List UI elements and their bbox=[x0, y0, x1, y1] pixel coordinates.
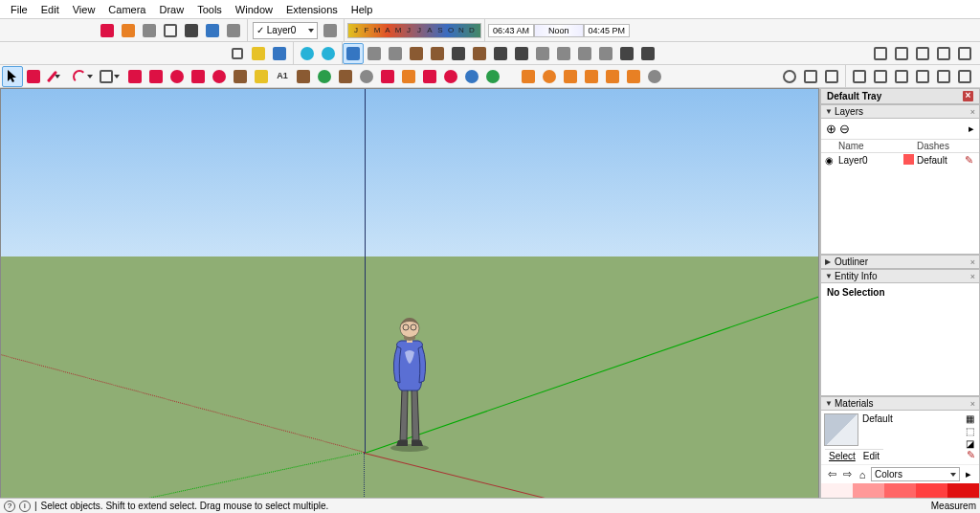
layer-menu-icon[interactable]: ▸ bbox=[969, 123, 974, 135]
add-location-icon[interactable] bbox=[482, 66, 503, 87]
look-around-icon[interactable] bbox=[461, 66, 482, 87]
sandbox-stamp-icon[interactable] bbox=[581, 66, 602, 87]
paint-tool-icon[interactable] bbox=[293, 66, 314, 87]
rotate-tool-icon[interactable] bbox=[167, 66, 188, 87]
panel-close-icon[interactable]: × bbox=[970, 257, 975, 267]
solid-subtract-icon[interactable] bbox=[912, 43, 933, 64]
offset-tool-icon[interactable] bbox=[209, 66, 230, 87]
layer-manager-icon[interactable] bbox=[320, 20, 341, 41]
layer-remove-icon[interactable]: ⊖ bbox=[839, 122, 850, 136]
undo-icon[interactable] bbox=[297, 43, 318, 64]
layer-combobox[interactable]: ✓ Layer0 bbox=[253, 22, 318, 39]
menu-tools[interactable]: Tools bbox=[190, 2, 229, 17]
section-plane-icon[interactable] bbox=[398, 66, 419, 87]
layer-visibility-icon[interactable]: ◉ bbox=[825, 155, 838, 166]
component-icon[interactable] bbox=[427, 43, 448, 64]
redo-icon[interactable] bbox=[318, 43, 339, 64]
zoom-tool-icon[interactable] bbox=[356, 66, 377, 87]
model-info-icon[interactable] bbox=[574, 43, 595, 64]
scale-tool-icon[interactable] bbox=[188, 66, 209, 87]
copy-icon[interactable] bbox=[385, 43, 406, 64]
walk-tool-icon[interactable] bbox=[440, 66, 461, 87]
view-front-icon[interactable] bbox=[891, 66, 912, 87]
layer-color-swatch[interactable] bbox=[903, 154, 917, 167]
tray-title-bar[interactable]: Default Tray × bbox=[820, 88, 980, 104]
layer-row[interactable]: ◉ Layer0 Default ✎ bbox=[821, 153, 979, 167]
menu-view[interactable]: View bbox=[66, 2, 102, 17]
style-shaded-tex-icon[interactable] bbox=[118, 20, 139, 41]
view-iso-icon[interactable] bbox=[849, 66, 870, 87]
menu-extensions[interactable]: Extensions bbox=[279, 2, 345, 17]
material-sample-icon[interactable]: ✎ bbox=[967, 449, 975, 462]
sandbox-drape-icon[interactable] bbox=[602, 66, 623, 87]
layer-add-icon[interactable]: ⊕ bbox=[826, 122, 836, 136]
materials-tab-select[interactable]: Select bbox=[829, 451, 856, 461]
shadow-time-slider[interactable]: 06:43 AM Noon 04:45 PM bbox=[488, 24, 630, 37]
rectangle-tool-icon[interactable] bbox=[98, 66, 124, 87]
menu-window[interactable]: Window bbox=[229, 2, 279, 17]
panel-close-icon[interactable]: × bbox=[970, 272, 975, 281]
layers-col-name[interactable]: Name bbox=[838, 141, 903, 151]
materials-back-icon[interactable]: ⇦ bbox=[825, 468, 838, 481]
month-strip[interactable]: JFMAMJJASOND bbox=[347, 23, 481, 38]
settings-icon[interactable] bbox=[595, 43, 616, 64]
arc-tool-icon[interactable] bbox=[71, 66, 98, 87]
solid-trim-icon[interactable] bbox=[933, 43, 954, 64]
position-camera-icon[interactable] bbox=[419, 66, 440, 87]
style-mono-icon[interactable] bbox=[181, 20, 202, 41]
panel-close-icon[interactable]: × bbox=[970, 399, 975, 409]
scene-next-icon[interactable] bbox=[511, 43, 532, 64]
open-file-icon[interactable] bbox=[248, 43, 269, 64]
new-file-icon[interactable] bbox=[227, 43, 248, 64]
materials-tab-edit[interactable]: Edit bbox=[863, 451, 880, 461]
materials-menu-icon[interactable]: ▸ bbox=[962, 468, 975, 481]
warehouse-icon[interactable] bbox=[469, 43, 490, 64]
scale-figure[interactable] bbox=[386, 314, 434, 457]
layers-col-dashes[interactable]: Dashes bbox=[917, 141, 962, 151]
face-style-toggle-icon[interactable] bbox=[343, 43, 364, 64]
select-tool-icon[interactable] bbox=[2, 66, 23, 87]
style-shaded-icon[interactable] bbox=[97, 20, 118, 41]
text-tool-icon[interactable]: A1 bbox=[272, 66, 293, 87]
export-icon[interactable] bbox=[532, 43, 553, 64]
outliner-panel-header[interactable]: ▶ Outliner × bbox=[820, 255, 980, 269]
view-top-icon[interactable] bbox=[870, 66, 891, 87]
style-back-edges-icon[interactable] bbox=[223, 20, 244, 41]
menu-draw[interactable]: Draw bbox=[152, 2, 190, 17]
menu-help[interactable]: Help bbox=[345, 2, 380, 17]
solid-split-icon[interactable] bbox=[954, 43, 975, 64]
materials-fwd-icon[interactable]: ⇨ bbox=[840, 468, 854, 481]
menu-file[interactable]: File bbox=[4, 2, 34, 17]
orbit-tool-icon[interactable] bbox=[314, 66, 335, 87]
scene-prev-icon[interactable] bbox=[490, 43, 511, 64]
dyn-comp-options-icon[interactable] bbox=[800, 66, 821, 87]
solid-union-icon[interactable] bbox=[870, 43, 891, 64]
sandbox-flip-icon[interactable] bbox=[644, 66, 665, 87]
line-tool-icon[interactable] bbox=[44, 66, 71, 87]
followme-tool-icon[interactable] bbox=[230, 66, 251, 87]
geo-location-icon[interactable]: ? bbox=[4, 501, 15, 512]
entity-info-panel-header[interactable]: ▼ Entity Info × bbox=[820, 269, 980, 283]
house-icon[interactable] bbox=[448, 43, 469, 64]
credits-icon[interactable]: i bbox=[19, 501, 31, 512]
pan-tool-icon[interactable] bbox=[335, 66, 356, 87]
cut-icon[interactable] bbox=[364, 43, 385, 64]
material-display-icon[interactable]: ▦ bbox=[964, 413, 976, 424]
layer-dashes[interactable]: Default bbox=[917, 155, 962, 166]
move-tool-icon[interactable] bbox=[145, 66, 167, 87]
style-hidden-line-icon[interactable] bbox=[139, 20, 160, 41]
extensions-icon[interactable] bbox=[616, 43, 637, 64]
eraser-tool-icon[interactable] bbox=[23, 66, 44, 87]
model-viewport[interactable] bbox=[0, 88, 819, 509]
dyn-comp-attrs-icon[interactable] bbox=[821, 66, 842, 87]
tape-tool-icon[interactable] bbox=[251, 66, 272, 87]
layer-edit-icon[interactable]: ✎ bbox=[962, 154, 975, 167]
sandbox-contour-icon[interactable] bbox=[518, 66, 539, 87]
print-icon[interactable] bbox=[553, 43, 574, 64]
view-lock-icon[interactable] bbox=[954, 66, 975, 87]
panel-close-icon[interactable]: × bbox=[970, 107, 975, 117]
send-to-layout-icon[interactable] bbox=[637, 43, 658, 64]
view-back-icon[interactable] bbox=[933, 66, 954, 87]
paste-icon[interactable] bbox=[406, 43, 427, 64]
solid-intersect-icon[interactable] bbox=[891, 43, 912, 64]
